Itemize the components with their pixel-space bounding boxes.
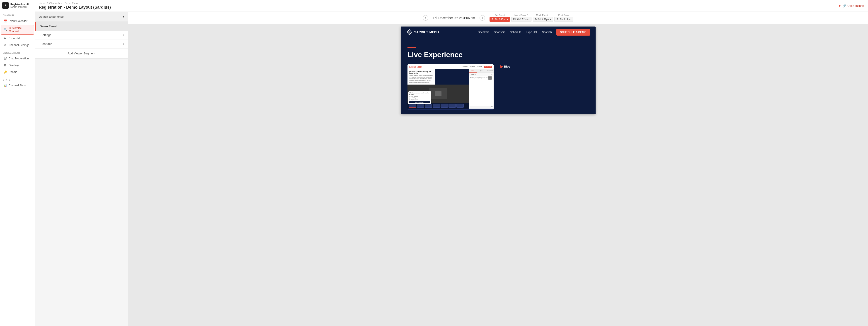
chat-message: Thanks you for joining us on this event!: [469, 77, 494, 79]
accordion-label: Default Experience: [39, 15, 64, 18]
radio-icon: [409, 99, 410, 100]
topbar: Home / Channels / Demo Event Registratio…: [35, 0, 868, 12]
poll-question: Which superpower would you like to have?: [409, 92, 430, 95]
sidebar-item-label: Expo Hall: [9, 37, 20, 40]
location-bar: Canada ▾ ✕: [469, 73, 494, 77]
add-viewer-segment-button[interactable]: Add Viewer Segment: [35, 48, 128, 58]
settings-menu-item[interactable]: Settings ›: [35, 31, 128, 39]
preview-frame: SARDIUS MEDIA Speakers Sponsors Schedule…: [401, 27, 596, 114]
radio-icon: [409, 97, 410, 99]
breadcrumb-current: Demo Event: [65, 2, 79, 4]
add-segment-label: Add Viewer Segment: [68, 52, 95, 55]
chat-body: Canada ▾ ✕ Thanks you for joining us on …: [469, 73, 494, 79]
sidebar-item-label: Channel Settings: [9, 43, 29, 47]
demo-event-section: Demo Event Settings › Features › Add Vie…: [35, 22, 128, 58]
sidebar-item-channel-stats[interactable]: 📊 Channel Stats: [1, 82, 34, 89]
default-experience-accordion[interactable]: Default Experience ▾: [35, 12, 128, 22]
sidebar-item-overlays[interactable]: ⊞ Overlays: [1, 62, 34, 68]
datetime-display: Fri, December 9th 2:31:06 pm: [433, 16, 475, 20]
sidebar-item-label: Chat Moderation: [9, 57, 29, 60]
breadcrumb-channels[interactable]: Channels: [50, 2, 60, 4]
bios-arrow-icon: ▶: [500, 64, 503, 69]
chevron-right-icon: ›: [123, 42, 124, 46]
poll-option-2: Invisibility: [409, 97, 430, 99]
preview-logo: SARDIUS MEDIA: [409, 66, 422, 68]
sidebar-header: R Registration - Demo... Switch channel …: [0, 0, 35, 11]
breadcrumb: Home / Channels / Demo Event: [39, 2, 111, 4]
sidebar-item-rooms[interactable]: 🔑 Rooms: [1, 69, 34, 75]
session-info: Session 7: Understanding the Opportunity…: [407, 69, 435, 85]
sidebar: R Registration - Demo... Switch channel …: [0, 0, 35, 326]
time-forward-button[interactable]: ⟫: [479, 15, 485, 21]
sidebar-item-chat-moderation[interactable]: 💬 Chat Moderation: [1, 55, 34, 62]
sardius-logo: SARDIUS MEDIA: [406, 29, 440, 35]
sidebar-item-event-calendar[interactable]: 📅 Event Calendar: [1, 18, 34, 24]
video-frame: [429, 88, 447, 99]
sidebar-item-expo-hall[interactable]: 🏛 Expo Hall: [1, 35, 34, 41]
nav-sponsors: Sponsors: [494, 31, 506, 34]
nav-expo-hall: Expo Hall: [526, 31, 537, 34]
sidebar-item-channel-settings[interactable]: ⚙ Channel Settings: [1, 42, 34, 48]
session-title: Session 7: Understanding the Opportunity: [409, 71, 433, 74]
external-link-icon: 🔗: [843, 4, 846, 7]
stats-icon: 📊: [4, 84, 7, 87]
channel-name: Registration - Demo...: [10, 3, 33, 6]
phase-label: Post Event: [558, 14, 569, 17]
time-back-button[interactable]: ⟪: [423, 15, 428, 21]
session-preview-screenshot: SARDIUS MEDIA Speakers Schedule Expo Hal…: [407, 64, 494, 110]
hero-content: SARDIUS MEDIA Speakers Schedule Expo Hal…: [407, 64, 589, 110]
pre-event-time-button[interactable]: Fri 9th 2:45pm ▾: [490, 17, 510, 22]
demo-event-label: Demo Event: [40, 25, 57, 28]
features-menu-item[interactable]: Features ›: [35, 39, 128, 48]
dropdown-arrow-icon: ▾: [507, 18, 508, 21]
post-event-time-button[interactable]: Fri 9th 5:14pm: [554, 17, 573, 22]
sardius-nav-links: Speakers Sponsors Schedule Expo Hall Spa…: [478, 29, 590, 36]
chat-tab-qa: Q&A: [477, 69, 485, 72]
send-icon: 💬: [491, 106, 493, 108]
expo-icon: 🏛: [4, 37, 7, 40]
breadcrumb-home[interactable]: Home: [39, 2, 45, 4]
section-stats-label: STATS: [0, 76, 35, 82]
phase-label: Pre Event: [495, 14, 505, 17]
dropdown-arrow-icon: ▾: [528, 18, 529, 21]
chat-msg-text: Thanks you for joining us on this event!: [470, 77, 493, 79]
sidebar-item-label: Customize Channel: [9, 27, 31, 33]
nav-spanish: Spanish: [542, 31, 552, 34]
chevron-right-icon: ›: [123, 33, 124, 37]
sidebar-item-label: Overlays: [9, 64, 19, 67]
mock-event-0-time-button[interactable]: Fri 9th 2:52pm ▾: [511, 17, 531, 22]
poll-send-btn: Send a message...: [409, 101, 430, 103]
chat-panel: Chat Q&A Headcount Canada ▾: [469, 69, 494, 109]
section-channel-label: CHANNEL: [0, 11, 35, 18]
phase-pre-event: Pre Event Fri 9th 2:45pm ▾: [490, 14, 510, 22]
chat-tab-chat: Chat: [469, 69, 477, 72]
phase-mock-event-0: Mock Event 0 Fri 9th 2:52pm ▾: [511, 14, 531, 22]
datetime-text: Fri, December 9th 2:31:06 pm: [433, 16, 475, 20]
thumb-6: [448, 103, 456, 108]
thumb-7: [457, 103, 464, 108]
chevron-down-icon: ▾: [26, 6, 27, 8]
sidebar-item-label: Event Calendar: [9, 20, 27, 23]
chat-tab-headcount: Headcount: [485, 69, 493, 72]
poll-option-3: Super-speed: [409, 99, 430, 100]
switch-channel[interactable]: Switch channel ▾: [10, 6, 33, 8]
svg-marker-1: [839, 5, 841, 7]
rooms-icon: 🔑: [4, 70, 7, 74]
sidebar-item-customize-channel[interactable]: 🔍 Customize Channel: [1, 25, 34, 35]
open-channel-button[interactable]: 🔗 Open channel: [843, 4, 864, 7]
schedule-demo-button[interactable]: SCHEDULE A DEMO: [556, 29, 590, 36]
phase-label: Mock Event 1: [536, 14, 550, 17]
poll-overlay: Which superpower would you like to have?…: [408, 91, 431, 104]
hero-section: Live Experience SARDIUS MEDIA Speakers S…: [401, 38, 596, 114]
mock-event-1-time-button[interactable]: Fri 9th 4:22pm ▾: [533, 17, 553, 22]
right-panel: ⟪ Fri, December 9th 2:31:06 pm ⟫ Pre Eve…: [128, 12, 868, 326]
event-phases: Pre Event Fri 9th 2:45pm ▾ Mock Event 0 …: [490, 14, 573, 22]
chat-input-fake: [470, 106, 491, 108]
channel-name-block: Registration - Demo... Switch channel ▾: [10, 3, 33, 8]
section-engagement-label: ENGAGEMENT: [0, 49, 35, 55]
page-title: Registration - Demo Layout (Sardius): [39, 5, 111, 10]
hero-accent-bar: [407, 47, 416, 48]
sidebar-item-label: Rooms: [9, 70, 17, 74]
video-screen: [435, 91, 441, 96]
open-channel-area: 🔗 Open channel: [809, 4, 864, 7]
